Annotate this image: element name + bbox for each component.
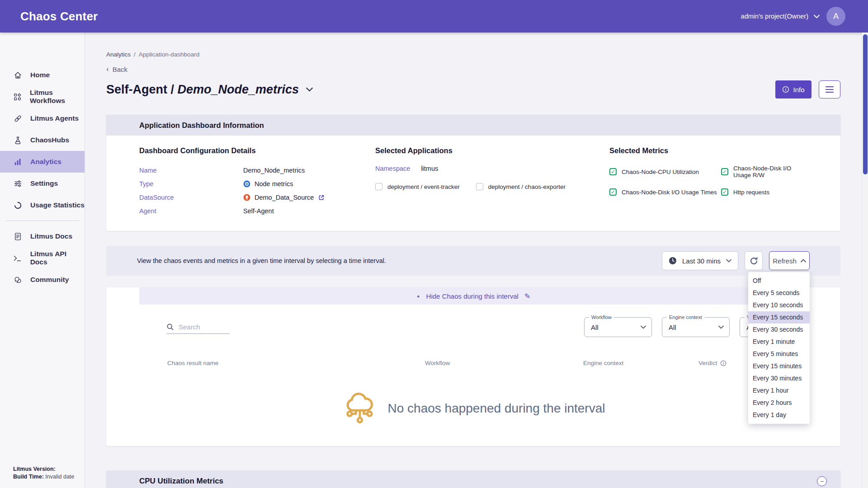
back-button[interactable]: ‹ Back	[106, 65, 127, 74]
column-header-label: Engine context	[583, 360, 623, 366]
time-range-select[interactable]: Last 30 mins	[662, 251, 738, 270]
reload-button[interactable]	[745, 251, 763, 270]
refresh-rate-option[interactable]: Every 10 seconds	[748, 299, 810, 311]
config-row-label: Type	[139, 178, 243, 189]
metric-checkbox[interactable]: Chaos-Node-Disk I/O Usage R/W	[721, 165, 807, 178]
scrollbar-thumb[interactable]	[863, 34, 868, 174]
build-time-label: Build Time:	[13, 474, 44, 480]
sidebar-item-label: Settings	[30, 179, 58, 188]
config-row-value: Node metrics	[255, 178, 293, 189]
sidebar-divider	[5, 221, 79, 221]
options-menu-button[interactable]	[819, 80, 840, 99]
sidebar-item[interactable]: Litmus Agents	[0, 108, 85, 129]
info-button-label: Info	[793, 86, 804, 94]
breadcrumb-analytics[interactable]: Analytics	[106, 51, 131, 58]
hide-chaos-toggle[interactable]: ▲ Hide Chaos during this interval ✎	[139, 287, 807, 305]
config-value-icon	[243, 194, 250, 201]
refresh-rate-option[interactable]: Every 30 minutes	[748, 372, 810, 385]
config-row-label: Agent	[139, 206, 243, 216]
hide-chaos-label: Hide Chaos during this interval	[426, 292, 519, 300]
filter-select-value: All	[591, 324, 599, 331]
table-controls-row: Workflow All Engine context All	[139, 317, 807, 337]
refresh-rate-option[interactable]: Every 2 hours	[748, 397, 810, 409]
cloud-nodes-icon	[341, 389, 378, 428]
sidebar-item-label: Usage Statistics	[30, 201, 85, 209]
reload-icon	[749, 256, 759, 266]
info-button[interactable]: Info	[775, 80, 811, 99]
breadcrumb-current-page: Application-dashboard	[139, 51, 199, 58]
empty-state: No chaos happened during the interval	[139, 389, 807, 440]
search-input[interactable]	[179, 323, 226, 331]
app-title: Chaos Center	[20, 9, 98, 23]
sidebar-item[interactable]: Community	[0, 269, 85, 291]
selected-metrics-column: Selected Metrics Chaos-Node-CPU Utilizat…	[609, 146, 807, 219]
page-title: Self-Agent / Demo_Node_metrics	[106, 83, 299, 97]
avatar[interactable]: A	[826, 7, 845, 26]
refresh-rate-option[interactable]: Every 1 minute	[748, 336, 810, 348]
info-icon	[782, 86, 789, 93]
sidebar-item[interactable]: ChaosHubs	[0, 129, 85, 151]
time-range-value: Last 30 mins	[682, 257, 721, 265]
application-checkbox[interactable]: deployment / event-tracker	[375, 183, 460, 190]
cpu-metrics-header: CPU Utilization Metrics −	[106, 470, 840, 488]
filter-select[interactable]: Workflow All	[584, 317, 652, 337]
config-row: Name Demo_Node_metrics	[139, 165, 375, 176]
vertical-scrollbar	[862, 33, 868, 488]
sidebar-item-icon	[13, 157, 22, 166]
sidebar-item[interactable]: Analytics	[0, 151, 85, 173]
sidebar-item[interactable]: Home	[0, 64, 85, 86]
sidebar-item-icon	[13, 92, 22, 101]
refresh-rate-option[interactable]: Every 15 minutes	[748, 360, 810, 372]
metric-checkbox[interactable]: Chaos-Node-Disk I/O Usage Times	[609, 188, 721, 196]
sidebar-item[interactable]: Litmus API Docs	[0, 247, 85, 269]
config-value-icon	[243, 180, 250, 188]
chevron-up-icon	[801, 259, 806, 263]
refresh-rate-option[interactable]: Every 1 hour	[748, 385, 810, 397]
title-row: Self-Agent / Demo_Node_metrics Info	[106, 80, 840, 99]
namespace-value: litmus	[421, 165, 438, 172]
sidebar-item-icon	[13, 114, 22, 123]
dashboard-name: Demo_Node_metrics	[178, 83, 299, 97]
sidebar-item[interactable]: Litmus Docs	[0, 225, 85, 247]
sidebar-item[interactable]: Litmus Workflows	[0, 86, 85, 108]
refresh-rate-option[interactable]: Every 1 day	[748, 409, 810, 421]
checkbox-box	[609, 168, 617, 175]
chaos-results-card: ▲ Hide Chaos during this interval ✎ Work…	[106, 287, 840, 446]
application-checkbox[interactable]: deployment / chaos-exporter	[476, 183, 566, 190]
checkbox-box	[721, 188, 728, 196]
main-content: Analytics / Application-dashboard ‹ Back…	[85, 33, 868, 488]
search-box	[166, 320, 230, 334]
refresh-rate-button[interactable]: Refresh	[769, 251, 810, 270]
metric-checkbox[interactable]: Chaos-Node-CPU Utilization	[609, 165, 721, 178]
chevron-down-icon	[726, 259, 731, 263]
edit-pencil-icon[interactable]: ✎	[524, 292, 530, 300]
column-header-label: Workflow	[425, 360, 450, 366]
checkbox-box	[375, 183, 382, 190]
metric-checkbox[interactable]: Http requests	[721, 188, 807, 196]
refresh-rate-option[interactable]: Every 30 seconds	[748, 324, 810, 336]
external-link-icon[interactable]	[318, 194, 325, 201]
refresh-rate-option[interactable]: Every 5 minutes	[748, 348, 810, 360]
refresh-rate-option[interactable]: Off	[748, 275, 810, 287]
refresh-rate-option[interactable]: Every 5 seconds	[748, 287, 810, 299]
config-row-value: Self-Agent	[243, 206, 274, 216]
config-row: Agent Self-Agent	[139, 206, 375, 216]
sidebar-item[interactable]: Settings	[0, 173, 85, 194]
dashboard-switcher-chevron-icon[interactable]	[306, 87, 313, 92]
sidebar-item-label: Litmus API Docs	[30, 250, 85, 266]
filter-select-label: Engine context	[667, 314, 704, 320]
project-selector[interactable]: admin's project(Owner)	[741, 13, 820, 20]
refresh-rate-option[interactable]: Every 15 seconds	[748, 311, 810, 324]
sidebar-item-icon	[13, 201, 22, 210]
sidebar-item-label: Litmus Workflows	[30, 89, 85, 105]
checkbox-label: Http requests	[733, 189, 769, 196]
dashboard-info-card-header: Application Dashboard Information	[106, 115, 840, 136]
sidebar-item[interactable]: Usage Statistics	[0, 194, 85, 216]
selected-applications-title: Selected Applications	[375, 146, 609, 155]
chaos-center-app: Chaos Center admin's project(Owner) A Ho…	[0, 0, 868, 488]
selected-metrics-title: Selected Metrics	[609, 146, 807, 155]
filter-select[interactable]: Engine context All	[662, 317, 730, 337]
collapse-section-button[interactable]: −	[817, 476, 827, 486]
dashboard-info-card: Application Dashboard Information Dashbo…	[106, 115, 840, 231]
table-column-header: Engine context	[583, 360, 698, 366]
